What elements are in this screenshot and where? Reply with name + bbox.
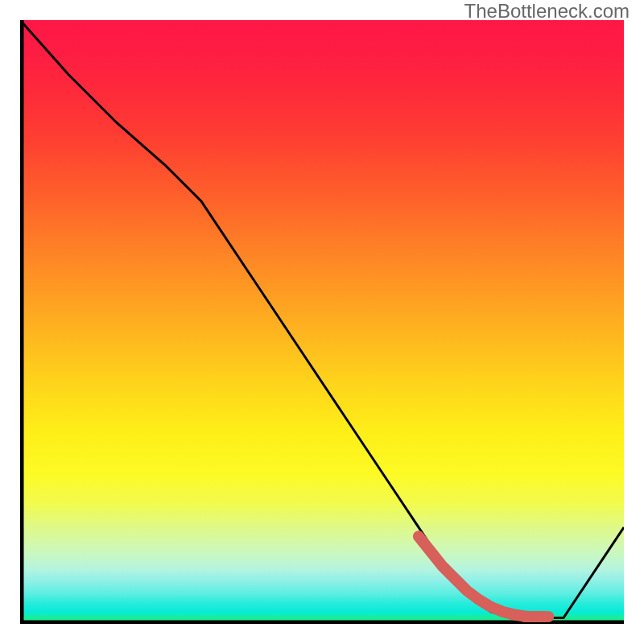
marker-dot [543,611,554,622]
curve [20,20,624,618]
marker-dot [530,611,542,622]
axes [22,20,624,622]
chart-svg [20,20,624,624]
chart-container: { "watermark": "TheBottleneck.com", "cha… [0,0,644,644]
marker-dot [518,611,530,622]
marker-segment [419,536,546,617]
marker-dots [419,536,554,622]
plot-area [20,20,624,624]
watermark-text: TheBottleneck.com [464,0,630,23]
